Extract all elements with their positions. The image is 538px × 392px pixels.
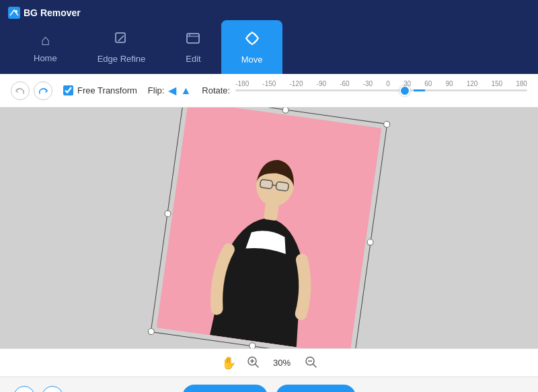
- flip-label: Flip:: [148, 85, 165, 95]
- handle-bottom-center[interactable]: [249, 342, 256, 348]
- nav-home-label: Home: [34, 53, 57, 63]
- app-title: BG Remover: [24, 7, 81, 18]
- hand-tool-button[interactable]: ✋: [221, 356, 236, 370]
- flip-section: Flip: ◀ ▲: [148, 84, 191, 97]
- home-icon: ⌂: [41, 32, 50, 49]
- edit-icon: [186, 31, 200, 50]
- svg-rect-6: [260, 180, 272, 189]
- footer: ‹ › New Image Download: [0, 377, 538, 392]
- nav-edge-refine-label: Edge Refine: [98, 54, 146, 64]
- svg-point-1: [15, 10, 17, 13]
- toolbar: Free Transform Flip: ◀ ▲ Rotate: -180 -1…: [0, 74, 538, 108]
- logo-icon: [8, 7, 20, 19]
- handle-middle-left[interactable]: [164, 210, 171, 217]
- free-transform-label: Free Transform: [77, 85, 137, 95]
- svg-line-14: [313, 364, 317, 367]
- nav-move-label: Move: [241, 54, 263, 65]
- image-frame: [157, 108, 381, 348]
- canvas-area: [0, 108, 538, 348]
- zoom-in-icon[interactable]: [247, 356, 259, 370]
- svg-rect-0: [8, 7, 20, 19]
- svg-rect-7: [276, 182, 289, 191]
- undo-button[interactable]: [11, 81, 30, 100]
- rotate-tick-labels: -180 -150 -120 -90 -60 -30 0 30 60 90 12…: [235, 80, 527, 87]
- handle-top-center[interactable]: [282, 108, 289, 114]
- rotate-slider[interactable]: [235, 89, 527, 91]
- undo-redo-group: [11, 81, 52, 100]
- svg-rect-5: [264, 202, 279, 221]
- nav-move[interactable]: Move: [221, 20, 283, 74]
- flip-vertical-button[interactable]: ▲: [180, 85, 191, 97]
- free-transform-checkbox[interactable]: [63, 85, 73, 95]
- free-transform-group: Free Transform: [63, 85, 137, 95]
- redo-button[interactable]: [34, 81, 52, 100]
- person-image: [157, 108, 381, 348]
- rotate-section: Rotate: -180 -150 -120 -90 -60 -30 0 30 …: [202, 85, 527, 95]
- next-button[interactable]: ›: [42, 386, 63, 393]
- redo-icon: [38, 86, 48, 95]
- app-header: BG Remover ⌂ Home Edge Refine: [0, 0, 538, 74]
- rotate-label: Rotate:: [202, 85, 230, 95]
- new-image-button[interactable]: New Image: [182, 385, 268, 393]
- zoom-bar: ✋ 30%: [0, 348, 538, 377]
- download-button[interactable]: Download: [276, 385, 355, 393]
- handle-bottom-left[interactable]: [147, 327, 155, 335]
- nav-home[interactable]: ⌂ Home: [13, 20, 77, 74]
- handle-middle-right[interactable]: [367, 239, 374, 246]
- flip-horizontal-button[interactable]: ◀: [168, 84, 176, 97]
- edge-refine-icon: [114, 31, 128, 50]
- svg-line-8: [272, 185, 276, 186]
- image-container: [171, 114, 367, 342]
- prev-button[interactable]: ‹: [13, 386, 35, 393]
- svg-line-10: [256, 364, 259, 367]
- svg-rect-3: [187, 34, 199, 43]
- app-logo: BG Remover: [8, 7, 81, 19]
- undo-icon: [15, 86, 25, 95]
- svg-rect-2: [116, 33, 125, 42]
- nav-edit[interactable]: Edit: [165, 20, 221, 74]
- zoom-out-icon[interactable]: [305, 356, 317, 370]
- zoom-percent-label: 30%: [270, 358, 294, 368]
- footer-actions: New Image Download: [182, 385, 355, 393]
- nav-edge-refine[interactable]: Edge Refine: [77, 20, 166, 74]
- nav-edit-label: Edit: [186, 54, 200, 64]
- move-icon: [244, 30, 260, 50]
- rotate-slider-container: -180 -150 -120 -90 -60 -30 0 30 60 90 12…: [235, 89, 527, 91]
- handle-top-right[interactable]: [383, 120, 391, 128]
